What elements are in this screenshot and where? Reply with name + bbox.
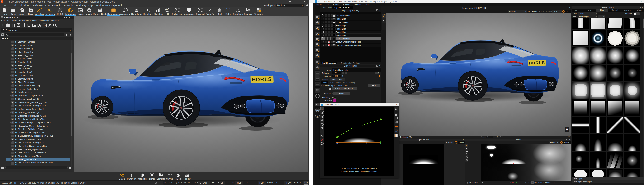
svg-text:A|b: A|b: [43, 24, 46, 26]
